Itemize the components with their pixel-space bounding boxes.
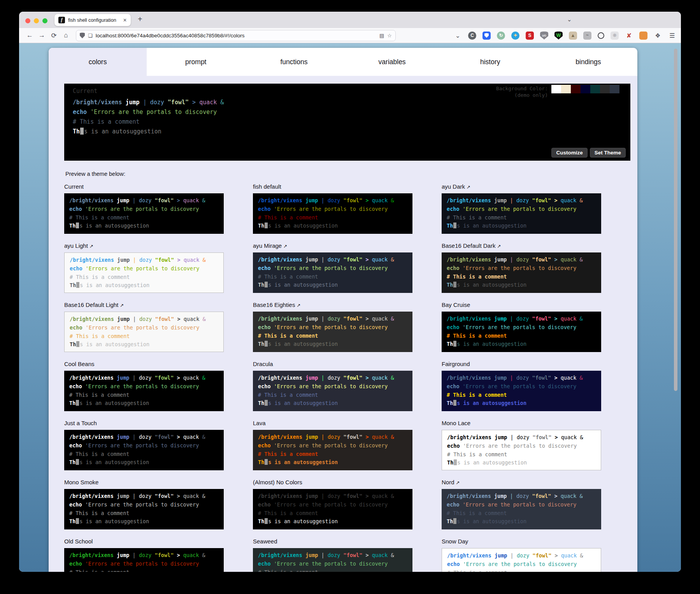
theme-preview-nord[interactable]: /bright/vixens jump | dozy "fowl" > quac… bbox=[442, 489, 601, 529]
mastodon-circle-icon[interactable] bbox=[598, 32, 604, 39]
background-swatch-1[interactable] bbox=[561, 85, 571, 93]
theme-preview-fairground[interactable]: /bright/vixens jump | dozy "fowl" > quac… bbox=[442, 371, 601, 411]
token-path: /bright/vixens bbox=[447, 375, 491, 381]
theme-preview-ayu-light[interactable]: /bright/vixens jump | dozy "fowl" > quac… bbox=[64, 252, 224, 293]
page-doc-icon[interactable]: ❏ bbox=[88, 33, 93, 39]
reload-icon[interactable]: ⟳ bbox=[48, 32, 60, 40]
token-path: /bright/vixens bbox=[258, 256, 302, 263]
theme-preview-dracula[interactable]: /bright/vixens jump | dozy "fowl" > quac… bbox=[253, 371, 412, 411]
token-param: dozy bbox=[139, 434, 152, 440]
background-swatches bbox=[551, 85, 629, 93]
theme-preview--almost-no-colors[interactable]: /bright/vixens jump | dozy "fowl" > quac… bbox=[253, 489, 412, 529]
ublock-origin-icon[interactable]: UO bbox=[540, 32, 548, 40]
wappalyzer-icon[interactable]: W bbox=[554, 32, 563, 40]
token-string: 'Errors are the portals to discovery bbox=[85, 442, 199, 449]
theme-preview-base16-eighties[interactable]: /bright/vixens jump | dozy "fowl" > quac… bbox=[253, 312, 412, 352]
token-autosuggestion: s is an autosuggestion bbox=[79, 223, 149, 229]
theme-cell: Base16 Default Light↗/bright/vixens jump… bbox=[64, 301, 224, 352]
token-autosuggestion: s is an autosuggestion bbox=[268, 400, 338, 406]
window-minimize-button[interactable] bbox=[34, 18, 39, 23]
token-string: 'Errors are the portals to discovery bbox=[85, 383, 199, 389]
theme-preview-base16-default-dark[interactable]: /bright/vixens jump | dozy "fowl" > quac… bbox=[442, 252, 601, 293]
token-amp: & bbox=[391, 434, 394, 440]
token-comment: # This is a comment bbox=[258, 273, 318, 280]
react-devtools-icon[interactable]: ❋ bbox=[611, 32, 619, 40]
token-command: jump bbox=[305, 552, 318, 558]
token-command2: quack bbox=[372, 256, 388, 263]
image-ext-icon[interactable]: ▲ bbox=[569, 32, 577, 40]
token-amp: & bbox=[202, 493, 205, 499]
sync-circle-icon[interactable]: ↻ bbox=[497, 32, 505, 40]
theme-title: ayu Dark↗ bbox=[442, 183, 601, 191]
url-bar[interactable]: ❏ localhost:8000/6e74a4dbe0cddc3556ac408… bbox=[76, 30, 396, 41]
window-maximize-button[interactable] bbox=[42, 18, 47, 23]
background-swatch-6[interactable] bbox=[610, 85, 619, 93]
c-circle-icon[interactable]: C bbox=[468, 32, 476, 40]
menu-icon[interactable]: ☰ bbox=[668, 32, 676, 40]
sneaker-icon[interactable]: ~ bbox=[583, 32, 591, 40]
theme-cell: Seaweed/bright/vixens jump | dozy "fowl"… bbox=[253, 538, 412, 572]
theme-preview-ayu-dark[interactable]: /bright/vixens jump | dozy "fowl" > quac… bbox=[442, 193, 601, 234]
container-icon[interactable]: ✦ bbox=[511, 32, 519, 40]
bitwarden-icon[interactable] bbox=[482, 32, 491, 40]
tab-history[interactable]: history bbox=[441, 48, 539, 76]
token-command2: quack bbox=[184, 316, 200, 322]
tab-functions[interactable]: functions bbox=[245, 48, 343, 76]
pocket-icon[interactable]: ⌄ bbox=[454, 32, 462, 40]
token-path: /bright/vixens bbox=[258, 375, 302, 381]
theme-preview-mono-lace[interactable]: /bright/vixens jump | dozy "fowl" > quac… bbox=[442, 430, 601, 470]
background-swatch-2[interactable] bbox=[571, 85, 581, 93]
theme-preview-seaweed[interactable]: /bright/vixens jump | dozy "fowl" > quac… bbox=[253, 548, 412, 572]
background-swatch-3[interactable] bbox=[581, 85, 590, 93]
back-icon[interactable]: ← bbox=[24, 32, 36, 39]
bookmark-star-icon[interactable]: ☆ bbox=[387, 33, 392, 39]
background-swatch-4[interactable] bbox=[590, 85, 600, 93]
set-theme-button[interactable]: Set Theme bbox=[590, 148, 626, 158]
theme-preview-cool-beans[interactable]: /bright/vixens jump | dozy "fowl" > quac… bbox=[64, 371, 224, 411]
tabs-dropdown-icon[interactable]: ⌄ bbox=[567, 16, 572, 23]
theme-preview-mono-smoke[interactable]: /bright/vixens jump | dozy "fowl" > quac… bbox=[64, 489, 224, 529]
theme-preview-lava[interactable]: /bright/vixens jump | dozy "fowl" > quac… bbox=[253, 430, 412, 470]
theme-preview-just-a-touch[interactable]: /bright/vixens jump | dozy "fowl" > quac… bbox=[64, 430, 224, 470]
token-amp: & bbox=[202, 197, 205, 203]
theme-title: Fairground bbox=[442, 361, 601, 368]
scissors-icon[interactable]: ✘ bbox=[625, 32, 633, 40]
tab-bindings[interactable]: bindings bbox=[539, 48, 637, 76]
token-quote: "fowl" bbox=[344, 434, 363, 440]
forward-icon[interactable]: → bbox=[36, 32, 48, 39]
stylus-icon[interactable]: S bbox=[526, 32, 534, 40]
background-swatch-5[interactable] bbox=[600, 85, 610, 93]
theme-title: Base16 Default Light↗ bbox=[64, 301, 224, 309]
theme-preview-snow-day[interactable]: /bright/vixens jump | dozy "fowl" > quac… bbox=[442, 548, 601, 572]
token-command2: quack bbox=[561, 375, 577, 381]
token-command: jump bbox=[494, 315, 507, 322]
browser-toolbar: ← → ⟳ ⌂ ❏ localhost:8000/6e74a4dbe0cddc3… bbox=[19, 28, 681, 43]
window-close-button[interactable] bbox=[25, 18, 30, 23]
tracking-shield-icon[interactable] bbox=[80, 33, 85, 39]
reader-mode-icon[interactable]: ▤ bbox=[379, 33, 384, 39]
tab-prompt[interactable]: prompt bbox=[147, 48, 245, 76]
theme-preview-bay-cruise[interactable]: /bright/vixens jump | dozy "fowl" > quac… bbox=[442, 312, 601, 352]
scrollbar-thumb[interactable] bbox=[674, 49, 677, 391]
token-command2: quack bbox=[183, 493, 199, 499]
new-tab-button[interactable]: + bbox=[138, 15, 142, 24]
tab-colors[interactable]: colors bbox=[49, 48, 147, 76]
token-quote: "fowl" bbox=[532, 375, 551, 381]
url-text[interactable]: localhost:8000/6e74a4dbe0cddc3556ac40858… bbox=[96, 33, 376, 39]
token-param: dozy bbox=[139, 375, 152, 381]
tab-variables[interactable]: variables bbox=[343, 48, 441, 76]
tab-close-icon[interactable]: ✕ bbox=[123, 18, 127, 23]
background-swatch-0[interactable] bbox=[551, 85, 561, 93]
browser-tab[interactable]: f fish shell configuration ✕ bbox=[54, 14, 131, 26]
theme-preview-base16-default-light[interactable]: /bright/vixens jump | dozy "fowl" > quac… bbox=[64, 312, 224, 352]
token-param: dozy bbox=[328, 375, 340, 381]
home-icon[interactable]: ⌂ bbox=[60, 32, 72, 39]
theme-preview-current[interactable]: /bright/vixens jump | dozy "fowl" > quac… bbox=[64, 193, 224, 234]
puzzle-icon[interactable]: ❖ bbox=[654, 32, 662, 40]
theme-preview-ayu-mirage[interactable]: /bright/vixens jump | dozy "fowl" > quac… bbox=[253, 252, 412, 293]
theme-preview-fish-default[interactable]: /bright/vixens jump | dozy "fowl" > quac… bbox=[253, 193, 412, 234]
customize-button[interactable]: Customize bbox=[551, 148, 587, 158]
background-swatch-7[interactable] bbox=[619, 85, 629, 93]
trash-icon[interactable] bbox=[639, 32, 647, 40]
theme-preview-old-school[interactable]: /bright/vixens jump | dozy "fowl" > quac… bbox=[64, 548, 224, 572]
